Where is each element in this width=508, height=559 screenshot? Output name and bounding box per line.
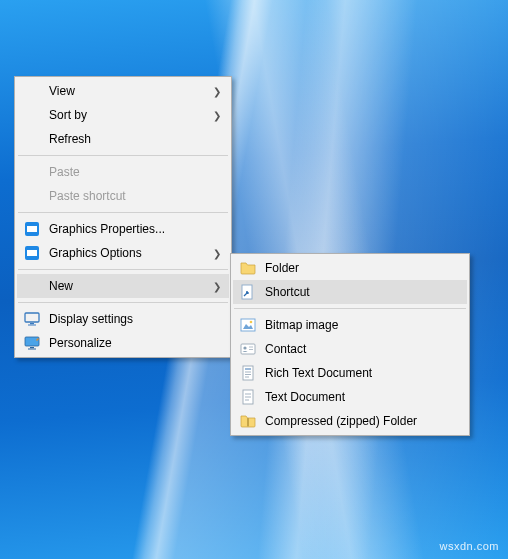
menu-separator — [18, 155, 228, 156]
desktop-context-menu: View ❯ Sort by ❯ Refresh Paste Paste sho… — [14, 76, 232, 358]
menu-item-graphics-properties[interactable]: Graphics Properties... — [17, 217, 229, 241]
menu-separator — [18, 212, 228, 213]
shortcut-icon — [239, 283, 257, 301]
menu-label: Paste shortcut — [49, 189, 221, 203]
menu-label: Compressed (zipped) Folder — [265, 414, 459, 428]
svg-rect-4 — [25, 313, 39, 322]
menu-item-compressed-folder[interactable]: Compressed (zipped) Folder — [233, 409, 467, 433]
menu-item-new[interactable]: New ❯ — [17, 274, 229, 298]
svg-rect-27 — [247, 418, 249, 427]
menu-item-contact[interactable]: Contact — [233, 337, 467, 361]
menu-item-graphics-options[interactable]: Graphics Options ❯ — [17, 241, 229, 265]
menu-item-text-document[interactable]: Text Document — [233, 385, 467, 409]
menu-item-folder[interactable]: Folder — [233, 256, 467, 280]
zip-folder-icon — [239, 412, 257, 430]
menu-label: Display settings — [49, 312, 221, 326]
svg-rect-7 — [25, 337, 39, 346]
svg-point-13 — [250, 321, 253, 324]
menu-label: View — [49, 84, 211, 98]
folder-icon — [239, 259, 257, 277]
svg-rect-9 — [28, 349, 36, 350]
menu-item-display-settings[interactable]: Display settings — [17, 307, 229, 331]
menu-label: Personalize — [49, 336, 221, 350]
svg-rect-1 — [27, 226, 37, 232]
personalize-icon — [23, 334, 41, 352]
menu-item-view[interactable]: View ❯ — [17, 79, 229, 103]
submenu-arrow-icon: ❯ — [211, 110, 221, 121]
intel-graphics-icon — [23, 220, 41, 238]
svg-rect-11 — [241, 319, 255, 331]
menu-separator — [234, 308, 466, 309]
svg-point-15 — [243, 346, 246, 349]
svg-rect-8 — [30, 347, 34, 348]
menu-label: Refresh — [49, 132, 221, 146]
submenu-arrow-icon: ❯ — [211, 248, 221, 259]
menu-label: Folder — [265, 261, 459, 275]
svg-rect-5 — [30, 323, 34, 324]
menu-item-paste: Paste — [17, 160, 229, 184]
svg-rect-6 — [28, 325, 36, 326]
submenu-arrow-icon: ❯ — [211, 86, 221, 97]
bitmap-icon — [239, 316, 257, 334]
monitor-icon — [23, 310, 41, 328]
menu-label: Graphics Properties... — [49, 222, 221, 236]
menu-label: New — [49, 279, 211, 293]
menu-label: Contact — [265, 342, 459, 356]
menu-separator — [18, 269, 228, 270]
menu-label: Bitmap image — [265, 318, 459, 332]
menu-item-refresh[interactable]: Refresh — [17, 127, 229, 151]
menu-label: Rich Text Document — [265, 366, 459, 380]
menu-label: Sort by — [49, 108, 211, 122]
menu-label: Shortcut — [265, 285, 459, 299]
menu-item-paste-shortcut: Paste shortcut — [17, 184, 229, 208]
menu-item-personalize[interactable]: Personalize — [17, 331, 229, 355]
intel-graphics-icon — [23, 244, 41, 262]
menu-label: Graphics Options — [49, 246, 211, 260]
menu-item-bitmap[interactable]: Bitmap image — [233, 313, 467, 337]
watermark-text: wsxdn.com — [439, 540, 499, 552]
svg-rect-3 — [27, 250, 37, 256]
menu-separator — [18, 302, 228, 303]
menu-item-shortcut[interactable]: Shortcut — [233, 280, 467, 304]
new-submenu: Folder Shortcut Bitmap image Contact Ric… — [230, 253, 470, 436]
svg-rect-18 — [243, 366, 253, 380]
menu-label: Text Document — [265, 390, 459, 404]
menu-item-sort-by[interactable]: Sort by ❯ — [17, 103, 229, 127]
rich-text-icon — [239, 364, 257, 382]
contact-icon — [239, 340, 257, 358]
text-document-icon — [239, 388, 257, 406]
submenu-arrow-icon: ❯ — [211, 281, 221, 292]
menu-item-rich-text[interactable]: Rich Text Document — [233, 361, 467, 385]
menu-label: Paste — [49, 165, 221, 179]
